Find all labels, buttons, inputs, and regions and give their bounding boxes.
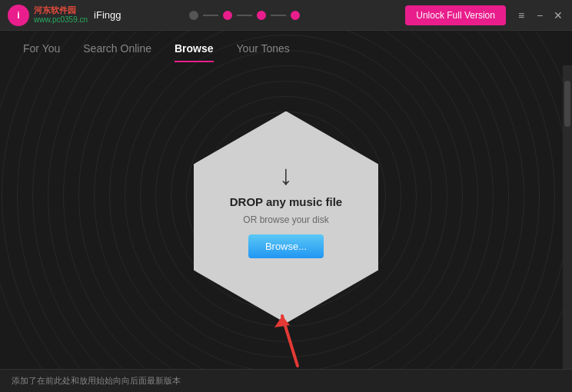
progress-dot-1 — [189, 11, 198, 20]
progress-line-2 — [237, 15, 252, 16]
watermark-line2: www.pc0359.cn — [34, 15, 88, 25]
drop-zone-container: ↓ DROP any music file OR browse your dis… — [194, 111, 378, 324]
unlock-button[interactable]: Unlock Full Version — [405, 5, 506, 25]
tab-browse[interactable]: Browse — [163, 36, 225, 61]
status-text: 添加了在前此处和放用始始向向后面最新版本 — [12, 375, 181, 387]
drop-title: DROP any music file — [230, 195, 342, 208]
progress-indicator — [189, 11, 300, 20]
progress-dot-4 — [291, 11, 300, 20]
app-name: iFingg — [94, 9, 121, 21]
progress-dot-3 — [257, 11, 266, 20]
close-button[interactable]: ✕ — [552, 9, 564, 22]
browse-button[interactable]: Browse... — [248, 234, 324, 258]
scrollbar-thumb — [564, 81, 570, 127]
drop-zone-hexagon: ↓ DROP any music file OR browse your dis… — [194, 111, 378, 324]
minimize-button[interactable]: − — [534, 9, 546, 22]
hexagon-inner: ↓ DROP any music file OR browse your dis… — [230, 161, 342, 274]
progress-line-3 — [271, 15, 286, 16]
title-bar: i 河东软件园 www.pc0359.cn iFingg Unlock Full… — [0, 0, 572, 31]
app-logo: i — [8, 5, 29, 26]
svg-line-0 — [282, 316, 298, 366]
watermark-line1: 河东软件园 — [34, 5, 88, 15]
right-scrollbar[interactable] — [563, 65, 572, 392]
status-bar: 添加了在前此处和放用始始向向后面最新版本 — [0, 369, 572, 392]
drop-subtitle: OR browse your disk — [243, 214, 328, 225]
progress-dot-2 — [223, 11, 232, 20]
drop-arrow-icon: ↓ — [279, 161, 293, 189]
window-controls: ≡ − ✕ — [515, 9, 564, 22]
tab-for-you[interactable]: For You — [23, 36, 72, 61]
tab-your-tones[interactable]: Your Tones — [225, 36, 301, 61]
main-content: ↓ DROP any music file OR browse your dis… — [0, 65, 572, 369]
nav-tabs: For You Search Online Browse Your Tones — [0, 31, 572, 65]
progress-line-1 — [203, 15, 218, 16]
menu-button[interactable]: ≡ — [515, 9, 527, 22]
tab-search-online[interactable]: Search Online — [72, 36, 163, 61]
